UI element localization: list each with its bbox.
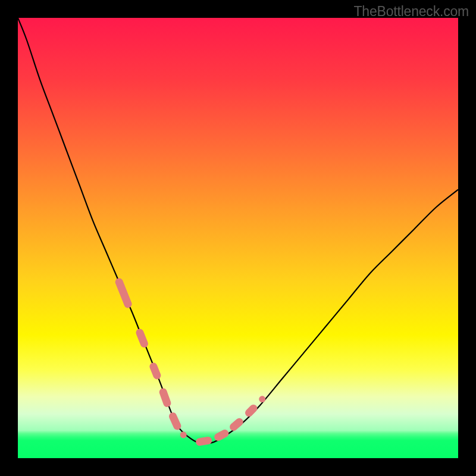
svg-point-11: [154, 372, 160, 378]
svg-point-28: [250, 405, 256, 412]
svg-point-15: [174, 422, 180, 429]
svg-point-8: [136, 330, 143, 336]
svg-point-6: [116, 279, 123, 286]
svg-point-24: [221, 430, 228, 437]
svg-point-23: [215, 434, 221, 440]
svg-point-7: [125, 301, 131, 308]
curve-layer: [18, 18, 458, 458]
watermark-text: TheBottleneck.com: [354, 4, 469, 20]
bead-overlay: [116, 279, 266, 446]
svg-point-13: [164, 400, 170, 406]
svg-line-1: [119, 282, 128, 304]
svg-point-12: [160, 389, 167, 396]
svg-point-29: [259, 396, 265, 402]
svg-point-9: [141, 340, 148, 347]
svg-point-10: [150, 364, 156, 370]
svg-point-25: [230, 424, 237, 430]
main-curve: [18, 18, 458, 443]
svg-point-14: [170, 413, 176, 419]
svg-point-26: [236, 419, 243, 425]
svg-point-16: [180, 431, 187, 438]
plot-area: [18, 18, 458, 458]
svg-point-22: [205, 437, 211, 444]
svg-point-21: [196, 439, 203, 445]
chart-frame: TheBottleneck.com: [0, 0, 476, 476]
